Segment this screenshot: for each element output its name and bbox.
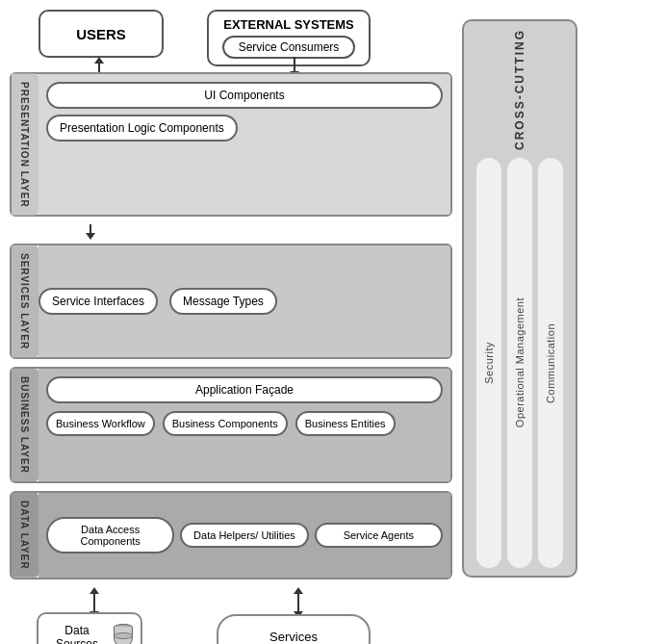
cc-operations-column: Operational Management xyxy=(507,158,532,568)
users-label: USERS xyxy=(76,26,126,42)
external-title: EXTERNAL SYSTEMS xyxy=(222,17,355,32)
data-layer-content: Data Access Components Data Helpers/ Uti… xyxy=(38,493,450,578)
crosscutting-section: CROSS-CUTTING Security Operational Manag… xyxy=(462,19,577,578)
services-layer-content: Service Interfaces Message Types xyxy=(38,245,450,357)
cylinder-icon xyxy=(114,624,133,644)
business-workflow-label: Business Workflow xyxy=(56,418,145,429)
presentation-logic-box: Presentation Logic Components xyxy=(46,115,238,142)
presentation-layer-label: PRESENTATION LAYER xyxy=(12,74,38,216)
data-helpers-label: Data Helpers/ Utilities xyxy=(193,529,295,541)
business-entities-box: Business Entities xyxy=(295,411,396,436)
service-interfaces-label: Service Interfaces xyxy=(52,295,144,308)
business-layer-content: Application Façade Business Workflow Bus… xyxy=(38,369,450,481)
data-layer-label: DATA LAYER xyxy=(12,493,38,578)
service-consumers-box: Service Consumers xyxy=(222,36,355,59)
presentation-logic-label: Presentation Logic Components xyxy=(60,121,224,135)
presentation-layer: PRESENTATION LAYER UI Components Present… xyxy=(10,72,452,218)
users-box: USERS xyxy=(38,10,164,58)
presentation-services-arrow-container xyxy=(10,224,452,240)
message-types-box: Message Types xyxy=(169,288,277,315)
data-sources-box: Data Sources xyxy=(37,612,142,644)
services-bottom-box: Services xyxy=(217,614,371,644)
service-agents-box: Service Agents xyxy=(315,523,443,548)
business-workflow-box: Business Workflow xyxy=(46,411,155,436)
data-helpers-box: Data Helpers/ Utilities xyxy=(180,523,308,548)
services-layer: SERVICES LAYER Service Interfaces Messag… xyxy=(10,244,452,359)
pres-svc-arrow xyxy=(90,224,91,233)
application-facade-label: Application Façade xyxy=(195,383,294,397)
service-consumers-label: Service Consumers xyxy=(239,40,340,54)
application-facade-box: Application Façade xyxy=(46,376,443,403)
data-layer: DATA LAYER Data Access Components Data H… xyxy=(10,491,452,580)
services-bottom-label: Services xyxy=(269,630,318,644)
services-layer-label: SERVICES LAYER xyxy=(12,245,38,357)
business-layer-label: BUSINESS LAYER xyxy=(12,369,38,481)
business-components-box: Business Components xyxy=(163,411,288,436)
service-agents-label: Service Agents xyxy=(344,529,414,541)
business-entities-label: Business Entities xyxy=(305,418,386,429)
cc-communication-column: Communication xyxy=(538,158,563,568)
ui-components-box: UI Components xyxy=(46,82,443,109)
cc-security-column: Security xyxy=(476,158,501,568)
presentation-layer-content: UI Components Presentation Logic Compone… xyxy=(38,74,450,216)
crosscutting-label: CROSS-CUTTING xyxy=(513,29,526,150)
cc-communication-label: Communication xyxy=(545,323,556,403)
ui-components-label: UI Components xyxy=(204,89,284,102)
data-access-label: Data Access Components xyxy=(56,524,165,547)
message-types-label: Message Types xyxy=(183,295,264,308)
cc-operations-label: Operational Management xyxy=(514,297,525,427)
data-sources-label: Data Sources xyxy=(46,624,108,644)
business-components-label: Business Components xyxy=(172,418,278,429)
external-services-arrow xyxy=(294,57,295,71)
crosscutting-columns: Security Operational Management Communic… xyxy=(468,158,572,568)
business-layer: BUSINESS LAYER Application Façade Busine… xyxy=(10,367,452,483)
cc-security-label: Security xyxy=(483,342,495,384)
service-interfaces-box: Service Interfaces xyxy=(38,288,158,315)
data-access-box: Data Access Components xyxy=(46,517,174,554)
